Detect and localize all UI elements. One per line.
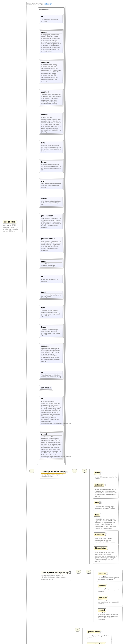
attr-doc: If set to true the corresponding propert… <box>41 116 62 133</box>
attr-box-howuri[interactable]: howuri Indicates by which means the valu… <box>40 160 63 172</box>
attr-doc: A refinement of the semantics of the pro… <box>41 400 62 424</box>
doc-narrower: An identifier of a more specific concept… <box>98 601 122 605</box>
attr-doc: Indicates by which means the value was e… <box>41 163 62 172</box>
attr-any ##other: any ##other <box>39 385 53 390</box>
attr-name: whyuri <box>41 197 62 200</box>
root-element-name: assignedTo <box>4 221 15 223</box>
child-facet: facet In NAR 1.8 and later, facet is dep… <box>93 511 119 530</box>
element-personDetails[interactable]: personDetails <box>87 630 101 634</box>
child-remoteInfo: remoteInfo A link to an item or a web re… <box>93 530 119 544</box>
attr-dir: dir The directionality of textual conten… <box>39 370 64 380</box>
element-facet[interactable]: facet <box>94 513 101 516</box>
attr-howuri: howuri Indicates by which means the valu… <box>39 159 64 173</box>
doc-name: A natural language name for the concept. <box>94 476 118 480</box>
crg-container: ConceptRelationshipsGroup A group of pro… <box>40 570 71 581</box>
attr-custom: custom If set to true the corresponding … <box>39 112 64 135</box>
child-narrower: narrower 0..∞ An identifier of a more sp… <box>97 594 123 606</box>
attr-why: why Why the metadata has been included -… <box>39 178 64 190</box>
attr-doc: The directionality of textual content (e… <box>41 374 62 378</box>
attr-name: creator <box>41 31 62 33</box>
child-name: name A natural language name for the con… <box>93 469 119 481</box>
child-broader: broader 0..∞ An identifier of a more gen… <box>97 582 123 594</box>
attr-modified: modified The date (and, optionally, the … <box>39 89 64 106</box>
attr-doc: A refinement of the semantics of the pro… <box>41 436 62 458</box>
attr-doc: One or many constraints that apply to pu… <box>41 217 62 229</box>
attr-box-creatoruri[interactable]: creatoruri If the attribute is empty, sp… <box>40 60 63 83</box>
attr-box-uri[interactable]: uri A URI which identifies a concept. <box>40 275 63 283</box>
concept-relationships-group[interactable]: ConceptRelationshipsGroup <box>41 570 70 574</box>
extension-link[interactable]: (extension) <box>44 3 53 5</box>
attr-box-how[interactable]: how Indicates by which means the value w… <box>40 141 63 153</box>
concept-definition-group[interactable]: ConceptDefinitionGroup <box>41 470 66 474</box>
attr-doc: If the property value is not defined, sp… <box>41 33 62 52</box>
element-related[interactable]: related 0..∞ <box>98 608 106 612</box>
attr-box-pubconstrainturi[interactable]: pubconstrainturi One or many constraints… <box>40 237 63 252</box>
element-note[interactable]: note <box>94 501 100 504</box>
child-related: related 0..∞ A related concept, where th… <box>97 606 123 622</box>
attributes-group: ▣ attributes id The local identifier of … <box>38 8 65 463</box>
attr-name: type <box>41 307 62 309</box>
attr-box-literal[interactable]: literal A free-text value assigned as pr… <box>40 290 63 298</box>
child-organisationDetails: organisationDetails A group of propertie… <box>86 640 112 644</box>
attr-box-custom[interactable]: custom If set to true the corresponding … <box>40 113 63 134</box>
attr-box-xml:lang[interactable]: xml:lang Specifies the language of this … <box>40 344 63 363</box>
attr-xml:lang: xml:lang Specifies the language of this … <box>39 343 64 364</box>
child-personDetails: personDetails A set of properties specif… <box>86 628 112 640</box>
attr-box-roleuri[interactable]: roleuri A refinement of the semantics of… <box>40 432 63 458</box>
element-sameAs[interactable]: sameAs 0..∞ <box>98 572 107 575</box>
attr-name: id <box>41 16 62 18</box>
attr-box-dir[interactable]: dir The directionality of textual conten… <box>40 371 63 379</box>
attr-box-id[interactable]: id The local identifier of the property. <box>40 15 63 23</box>
element-definition[interactable]: definition <box>94 483 104 487</box>
attr-name: literal <box>41 291 62 294</box>
root-element[interactable]: assignedTo 0..∞ <box>3 220 16 224</box>
child-definition: definition A natural language definition… <box>93 481 119 498</box>
attr-box-qcode[interactable]: qcode A qualified code which identifies … <box>40 260 63 268</box>
attr-doc: Indicates by which means the value was e… <box>41 144 62 152</box>
attr-doc: The date (and, optionally, the time) whe… <box>41 93 62 105</box>
attr-doc: A free-text value assigned as property v… <box>41 294 62 298</box>
element-organisationDetails[interactable]: organisationDetails <box>87 642 106 644</box>
party-choice <box>75 628 80 632</box>
attr-box-modified[interactable]: modified The date (and, optionally, the … <box>40 90 63 106</box>
attr-doc: The type of the concept assigned as cont… <box>41 309 62 317</box>
element-broader[interactable]: broader 0..∞ <box>98 584 107 588</box>
attr-box-pubconstraint[interactable]: pubconstraint One or many constraints th… <box>40 214 63 229</box>
child-sameAs: sameAs 0..∞ An identifier of a concept w… <box>97 570 123 582</box>
attr-doc: One or many constraints that apply to pu… <box>41 240 62 252</box>
element-narrower[interactable]: narrower 0..∞ <box>98 596 108 600</box>
attr-name: dir <box>41 371 62 374</box>
attr-role: role A refinement of the semantics of th… <box>39 396 64 426</box>
attr-name: pubconstrainturi <box>41 237 62 240</box>
attr-box-creator[interactable]: creator If the property value is not def… <box>40 30 63 53</box>
attr-pubconstrainturi: pubconstrainturi One or many constraints… <box>39 236 64 253</box>
root-cardinality: 0..∞ <box>12 224 15 226</box>
attr-type: type The type of the concept assigned as… <box>39 305 64 319</box>
attr-box-role[interactable]: role A refinement of the semantics of th… <box>40 397 63 425</box>
main-sequence-symbol <box>29 469 34 473</box>
attr-box-typeuri[interactable]: typeuri The type of the concept assigned… <box>40 325 63 337</box>
cdg-sequence <box>72 469 77 473</box>
attr-box-type[interactable]: type The type of the concept assigned as… <box>40 306 63 318</box>
attr-box-whyuri[interactable]: whyuri Why the metadata has been include… <box>40 197 63 207</box>
cdg-choice: 0..∞ <box>82 469 87 473</box>
attr-name: why <box>41 180 62 182</box>
attr-doc: The local identifier of the property. <box>41 18 62 22</box>
attr-name: xml:lang <box>41 345 62 347</box>
attr-creator: creator If the property value is not def… <box>39 29 64 54</box>
attr-pubconstraint: pubconstraint One or many constraints th… <box>39 213 64 230</box>
attr-name: any ##other <box>41 387 52 389</box>
element-hierarchyInfo[interactable]: hierarchyInfo <box>94 546 108 550</box>
doc-personDetails: A set of properties specific to a person <box>87 634 111 639</box>
doc-remoteInfo: A link to an item or a web resource whic… <box>94 537 118 544</box>
attr-name: custom <box>41 114 62 116</box>
crg-sequence <box>76 570 81 574</box>
element-remoteInfo[interactable]: remoteInfo <box>94 532 106 536</box>
element-name[interactable]: name <box>94 471 101 474</box>
attr-how: how Indicates by which means the value w… <box>39 140 64 154</box>
attr-typeuri: typeuri The type of the concept assigned… <box>39 324 64 338</box>
doc-related: A related concept, where the relationshi… <box>98 613 122 621</box>
attr-doc: If the attribute is empty, specifies whi… <box>41 63 62 82</box>
attr-box-why[interactable]: why Why the metadata has been included -… <box>40 179 63 189</box>
attr-box-any ##other[interactable]: any ##other <box>40 386 52 390</box>
